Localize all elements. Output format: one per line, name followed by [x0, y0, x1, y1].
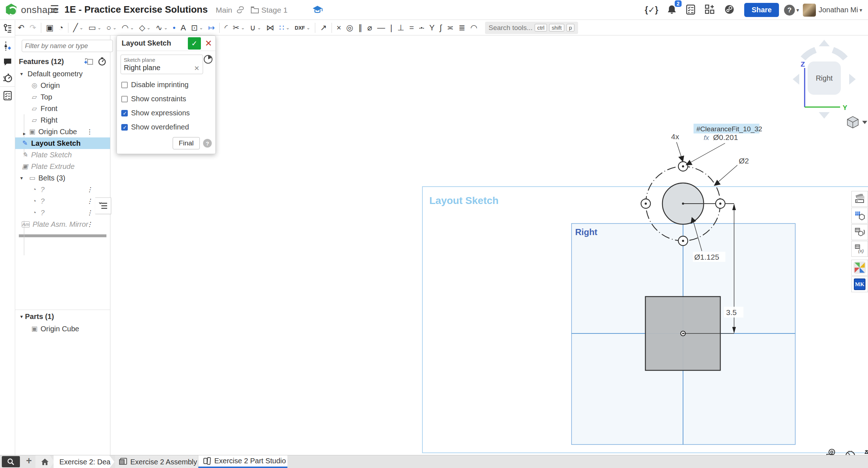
comments-button[interactable]: [0, 54, 15, 70]
insert-feature-button[interactable]: [0, 38, 15, 54]
user-avatar[interactable]: [803, 4, 816, 17]
chevron-down-icon[interactable]: ⌄: [241, 25, 245, 30]
extrude-button[interactable]: ▣: [43, 22, 56, 34]
feature-row-belts-folder[interactable]: ▾ ▭ Belts (3): [15, 172, 110, 184]
config-features-panel-button[interactable]: [851, 224, 868, 240]
drag-handle-icon[interactable]: ⋮: [87, 128, 92, 136]
confirm-button[interactable]: ✓: [188, 37, 201, 50]
tab-exercise-2-dea[interactable]: Exercise 2: Dea: [54, 455, 114, 468]
horizontal-constraint-button[interactable]: —: [375, 22, 388, 34]
drag-handle-icon[interactable]: ⋮: [87, 221, 92, 228]
expander-open-icon[interactable]: ▾: [20, 314, 23, 319]
right-plane-label[interactable]: Right: [575, 227, 597, 237]
learning-center-icon[interactable]: [312, 5, 323, 16]
chevron-down-icon[interactable]: ⌄: [147, 25, 151, 30]
normal-constraint-button[interactable]: ◠: [468, 22, 480, 34]
home-tab-button[interactable]: [35, 455, 54, 468]
feature-row-origin-cube[interactable]: ▾ ▣ Origin Cube ⋮: [15, 126, 110, 137]
feature-row-layout-sketch[interactable]: ✎ Layout Sketch: [15, 137, 110, 149]
mirror-button[interactable]: ⋈: [264, 22, 277, 34]
configurations-panel-button[interactable]: [851, 208, 868, 224]
curvature-constraint-button[interactable]: ∫: [437, 22, 444, 34]
feature-list-toggle-button[interactable]: [0, 20, 15, 36]
point-tool-button[interactable]: •: [170, 22, 178, 34]
tab-exercise-2-part-studio[interactable]: Exercise 2 Part Studio: [198, 455, 287, 468]
feature-row-belt-1[interactable]: ◔ ? ⋮: [15, 184, 110, 195]
chevron-down-icon[interactable]: ⌄: [286, 25, 290, 30]
drag-handle-icon[interactable]: ⋮: [87, 186, 92, 193]
tab-exercise-2-assembly[interactable]: Exercise 2 Assembly: [115, 455, 198, 468]
redo-button[interactable]: ↷: [27, 22, 38, 34]
fillet-button[interactable]: ◜: [222, 22, 230, 34]
hole-count-callout[interactable]: 4x: [670, 132, 684, 162]
arc-tool-button[interactable]: ◠⌄: [119, 22, 136, 34]
concentric-constraint-button[interactable]: ◎: [344, 22, 355, 34]
share-button[interactable]: Share: [744, 3, 779, 17]
vertical-constraint-button[interactable]: |: [388, 22, 395, 34]
rollback-bar[interactable]: [19, 234, 106, 237]
checkbox-unchecked[interactable]: [121, 82, 128, 88]
symmetric-constraint-button[interactable]: ≍: [444, 22, 456, 34]
document-title[interactable]: 1E - Practice Exercise Solutions: [64, 4, 208, 15]
midpoint-constraint-button[interactable]: -•-: [417, 22, 427, 34]
chevron-down-icon[interactable]: ⌄: [97, 25, 101, 30]
pierce-constraint-button[interactable]: Y: [427, 22, 437, 34]
layout-sketch-plane-label[interactable]: Layout Sketch: [429, 195, 498, 206]
undo-button[interactable]: ↶: [15, 22, 27, 34]
sketch-plane-field[interactable]: Sketch plane Right plane ✕: [121, 55, 203, 74]
version-name[interactable]: Stage 1: [261, 6, 287, 14]
rectangle-tool-button[interactable]: ▭⌄: [86, 22, 104, 34]
equal-constraint-button[interactable]: =: [407, 22, 417, 34]
ai-assistant-icon[interactable]: [724, 4, 735, 16]
chevron-down-icon[interactable]: ⌄: [113, 25, 117, 30]
dimension-button[interactable]: ↦: [206, 22, 217, 34]
history-button[interactable]: [0, 70, 15, 86]
parallel-constraint-button[interactable]: ∥: [356, 22, 365, 34]
polygon-tool-button[interactable]: ◇⌄: [136, 22, 153, 34]
app-pinwheel-button[interactable]: [851, 260, 868, 276]
revolve-button[interactable]: ◔: [56, 22, 66, 34]
search-tabs-button[interactable]: [2, 456, 20, 467]
view-mode-cube-button[interactable]: [847, 116, 867, 128]
mate-connector-icon[interactable]: [203, 55, 213, 65]
feature-script-icon[interactable]: {✓}: [645, 5, 658, 15]
show-overdefined-option[interactable]: Show overdefined: [117, 120, 215, 134]
config-variables-panel-button[interactable]: (x): [851, 241, 868, 257]
part-row-origin-cube[interactable]: ▣ Origin Cube: [15, 323, 110, 335]
expander-open-icon[interactable]: ▾: [20, 71, 28, 77]
chevron-down-icon[interactable]: ⌄: [257, 25, 261, 30]
help-icon[interactable]: ?: [784, 5, 795, 16]
chevron-down-icon[interactable]: ⌄: [306, 25, 310, 30]
appearance-panel-button[interactable]: [851, 191, 868, 207]
expander-closed-icon[interactable]: ▾: [21, 128, 27, 135]
feature-row-origin[interactable]: ◎ Origin: [15, 80, 110, 91]
graphics-canvas[interactable]: Layout Sketch Right: [111, 35, 868, 455]
feature-row-default-geometry[interactable]: ▾ Default geometry: [15, 68, 110, 80]
mk-app-button[interactable]: MK: [851, 276, 868, 292]
search-tools-box[interactable]: Search tools... ctrl shift p: [485, 22, 578, 34]
fix-constraint-button[interactable]: ≣: [456, 22, 468, 34]
trim-button[interactable]: ✂⌄: [230, 22, 247, 34]
feature-row-plate-asm-mirror[interactable]: Am Plate Asm. Mirror ⋮: [15, 218, 110, 230]
cut-list-button[interactable]: [0, 88, 15, 103]
expander-open-icon[interactable]: ▾: [20, 175, 28, 181]
feature-row-front-plane[interactable]: ▱ Front: [15, 103, 110, 114]
feature-row-plate-sketch[interactable]: ✎ Plate Sketch: [15, 149, 110, 161]
checkbox-checked[interactable]: [121, 124, 128, 131]
final-button[interactable]: Final: [173, 137, 200, 149]
main-menu-icon[interactable]: ☰: [50, 3, 59, 15]
hole-diameter-callout[interactable]: fx Ø0.201: [686, 132, 742, 165]
line-tool-button[interactable]: ╱⌄: [71, 22, 86, 34]
feature-row-plate-extrude[interactable]: ▣ Plate Extrude: [15, 161, 110, 172]
feature-row-right-plane[interactable]: ▱ Right: [15, 114, 110, 126]
perpendicular-constraint-button[interactable]: ⊥: [395, 22, 407, 34]
link-icon[interactable]: [236, 5, 245, 16]
new-folder-icon[interactable]: [84, 58, 93, 65]
show-constraints-option[interactable]: Show constraints: [117, 92, 215, 106]
user-chevron-down-icon[interactable]: ▾: [859, 7, 862, 13]
cancel-button[interactable]: ✕: [203, 37, 214, 50]
user-name[interactable]: Jonathan Mi: [819, 6, 858, 14]
clear-selection-icon[interactable]: ✕: [194, 64, 199, 72]
dialog-help-icon[interactable]: ?: [203, 139, 212, 148]
show-expressions-option[interactable]: Show expressions: [117, 106, 215, 120]
